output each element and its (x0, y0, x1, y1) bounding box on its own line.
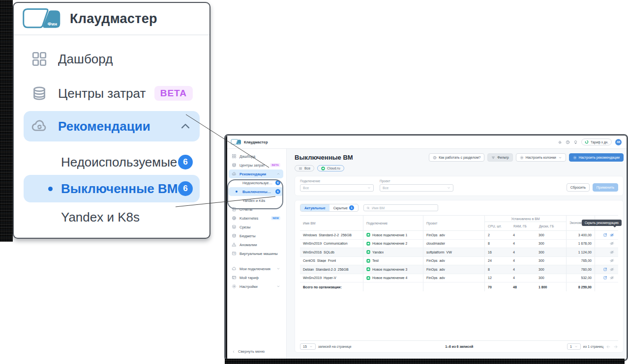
project-name-text: FinOps_adv (426, 276, 445, 280)
connection-cell: Новое подключение 1 (363, 231, 423, 239)
sidebar-item-дашборд[interactable]: Дашборд (229, 152, 283, 161)
expand-columns-chevron-icon[interactable] (560, 224, 566, 228)
vm-search-input[interactable] (372, 206, 435, 210)
connection-name: Новое подключение 4 (372, 276, 407, 280)
connection-provider-icon (366, 250, 370, 254)
callout-item-выключенные-вм[interactable]: Выключенные ВМ6 (24, 175, 200, 202)
external-link-icon[interactable] (603, 233, 607, 237)
sidebar-item-виртуальные-машины[interactable]: VMВиртуальные машины (229, 249, 283, 258)
sidebar-item-недоиспользуемые[interactable]: Недоиспользуемые...6 (229, 178, 283, 187)
avatar[interactable]: АВ (615, 139, 622, 145)
external-link-icon[interactable] (603, 276, 607, 280)
torn-edge-app-left (226, 136, 227, 360)
sidebar-item-аномалии[interactable]: Аномалии (229, 240, 283, 249)
sidebar-item-label: Отчёты (239, 207, 280, 212)
bell-icon[interactable] (558, 140, 562, 144)
table-header: Имя ВМ Подключение Проект Установлено в … (300, 215, 618, 231)
sidebar-item-мой-тариф[interactable]: Мой тариф (229, 273, 283, 282)
cpu-value-text: 8 (488, 242, 490, 245)
sidebar-item-центры-затрат[interactable]: Центры затратBETA (229, 161, 283, 169)
recommendations-icon (30, 117, 48, 135)
external-link-icon[interactable] (603, 267, 607, 272)
connection-cell: Новое подключение 3 (363, 265, 423, 274)
count-badge: 6 (275, 180, 280, 185)
sidebar-item-label: Мои подключения (239, 267, 273, 271)
hide-recommendation-icon[interactable] (610, 258, 614, 263)
menu-item-label: Рекомендации (58, 119, 178, 134)
project-filter-select[interactable]: Все (380, 184, 453, 192)
disk-value: 300 (536, 257, 559, 265)
next-page-icon[interactable] (613, 344, 618, 349)
savings-value-text: 1 678,00 (578, 242, 592, 245)
reset-button[interactable]: Сбросить (567, 183, 590, 192)
apply-button[interactable]: Применить (593, 183, 618, 192)
vm-name-text: Windows_Standard-2-2_256GB (303, 233, 352, 237)
hide-recommendation-icon[interactable] (610, 250, 614, 254)
gear-icon (520, 156, 524, 160)
sidebar-item-отчёты[interactable]: Отчёты (229, 205, 283, 214)
hide-recommendation-icon[interactable] (610, 267, 614, 272)
connection-provider-icon (366, 233, 370, 237)
tab-hidden[interactable]: Скрытые 1 (329, 204, 358, 211)
collapse-menu-button[interactable]: Свернуть меню (232, 349, 265, 354)
vm-icon: VM (232, 251, 237, 256)
vm-name: WinSrv2016_SQLdb (300, 248, 363, 256)
col-header-cpu: CPU, шт. (485, 224, 510, 228)
help-icon[interactable] (566, 140, 570, 144)
connections-icon (232, 266, 237, 271)
ram-value-text: 4 (513, 259, 515, 262)
savings-value-text: 1 124,00 (578, 251, 592, 254)
callout-item-недоиспользуемые[interactable]: Недоиспользуемые...6 (24, 151, 200, 173)
callout-item-yandex-и-k8s[interactable]: Yandex и K8s (24, 206, 200, 228)
callout-item-рекомендации[interactable]: Рекомендации (24, 111, 200, 141)
callout-item-центры-затрат[interactable]: Центры затратBETA (24, 83, 200, 104)
filter-button[interactable]: Фильтр (487, 153, 513, 162)
bulb-icon[interactable] (573, 140, 578, 144)
sidebar-item-рекомендации[interactable]: Рекомендации (229, 169, 283, 178)
how-to-work-button[interactable]: Как работать с разделом? (429, 153, 484, 162)
ram-value: 4 (510, 274, 536, 282)
connection-filter-label: Подключение (300, 179, 374, 183)
sidebar-item-yandex-и-k8s[interactable]: Yandex и K8s (229, 196, 283, 205)
group-header-label: Установлено в ВМ (485, 216, 566, 222)
connection-filter-select[interactable]: Все (300, 184, 374, 192)
tariff-pill[interactable]: Тариф х дн. (581, 139, 612, 145)
project-filter-label: Проект (380, 179, 453, 183)
search-icon (366, 206, 370, 210)
pages-total-label: из 1 страниц (583, 345, 603, 348)
page-number-select[interactable]: 1 (567, 343, 581, 350)
sidebar-item-label: Центры затрат (239, 163, 267, 168)
vm-name: Debian_Standard-2-3_256GB (300, 265, 363, 274)
hide-recommendation-icon[interactable] (610, 233, 614, 237)
column-gap (559, 248, 566, 256)
sidebar-item-мои-подключения[interactable]: Мои подключения (229, 264, 283, 273)
prev-page-icon[interactable] (606, 344, 611, 349)
cpu-value-text: 2 (488, 233, 490, 237)
hide-recommendation-icon[interactable] (610, 241, 614, 246)
ram-value-text: 4 (513, 251, 515, 254)
sidebar-item-срезы[interactable]: Срезы (229, 223, 283, 231)
vm-name-text: WinSrv2016_SQLdb (303, 251, 334, 254)
configure-recommendations-button[interactable]: Настроить рекомендации (569, 153, 624, 162)
page-size-select[interactable]: 15 (300, 343, 316, 350)
tab-actual[interactable]: Актуальные (300, 204, 329, 211)
project-name: FinOps_adv (423, 231, 484, 239)
tab-hidden-label: Скрытые (333, 206, 348, 210)
collapse-menu-label: Свернуть меню (238, 349, 265, 354)
sidebar-item-настройки[interactable]: Настройки (229, 282, 283, 291)
sidebar-item-выключенные-вм[interactable]: Выключенные ВМ6 (229, 187, 283, 196)
dashboard-icon (232, 154, 237, 159)
hide-recommendation-icon[interactable] (610, 276, 614, 280)
cloudmaster-logo-icon: Фин (231, 139, 241, 145)
callout-item-дашборд[interactable]: Дашборд (24, 48, 200, 70)
sidebar-item-бюджеты[interactable]: Бюджеты (229, 231, 283, 240)
table-row: WinSrv2019_Hyper-VНовое подключение 4Fin… (300, 274, 618, 283)
sidebar-item-label: Kubernetes (239, 216, 268, 221)
sidebar-item-kubernetes[interactable]: KubernetesNEW (229, 214, 283, 223)
anomalies-icon (232, 242, 237, 247)
column-gap (559, 231, 566, 239)
provider-chip-cloudru[interactable]: Cloud.ru (317, 165, 344, 171)
scope-chip-all[interactable]: Все (295, 165, 314, 171)
configure-columns-button[interactable]: Настроить колонки (516, 153, 566, 162)
main-content: Выключенные ВМ Как работать с разделом? … (287, 149, 627, 360)
